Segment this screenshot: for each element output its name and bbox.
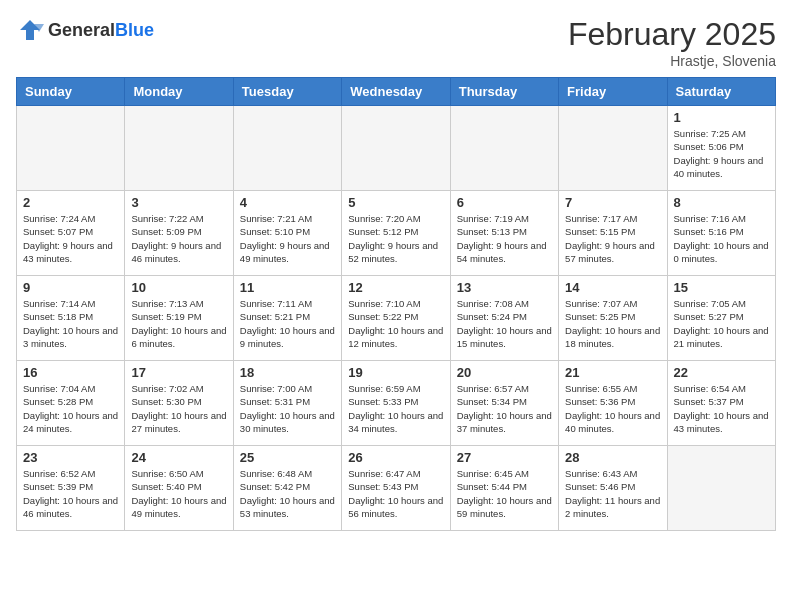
day-info: Sunrise: 6:43 AM Sunset: 5:46 PM Dayligh… — [565, 467, 660, 520]
calendar-cell: 19Sunrise: 6:59 AM Sunset: 5:33 PM Dayli… — [342, 361, 450, 446]
calendar-cell: 8Sunrise: 7:16 AM Sunset: 5:16 PM Daylig… — [667, 191, 775, 276]
logo-general: General — [48, 20, 115, 40]
calendar-cell: 12Sunrise: 7:10 AM Sunset: 5:22 PM Dayli… — [342, 276, 450, 361]
day-number: 8 — [674, 195, 769, 210]
day-info: Sunrise: 7:08 AM Sunset: 5:24 PM Dayligh… — [457, 297, 552, 350]
day-info: Sunrise: 7:10 AM Sunset: 5:22 PM Dayligh… — [348, 297, 443, 350]
day-info: Sunrise: 7:05 AM Sunset: 5:27 PM Dayligh… — [674, 297, 769, 350]
day-number: 16 — [23, 365, 118, 380]
day-number: 21 — [565, 365, 660, 380]
day-number: 7 — [565, 195, 660, 210]
weekday-header: Monday — [125, 78, 233, 106]
svg-marker-1 — [20, 20, 40, 40]
calendar-cell: 2Sunrise: 7:24 AM Sunset: 5:07 PM Daylig… — [17, 191, 125, 276]
location: Hrastje, Slovenia — [568, 53, 776, 69]
weekday-header: Tuesday — [233, 78, 341, 106]
calendar-cell: 21Sunrise: 6:55 AM Sunset: 5:36 PM Dayli… — [559, 361, 667, 446]
day-info: Sunrise: 7:13 AM Sunset: 5:19 PM Dayligh… — [131, 297, 226, 350]
day-info: Sunrise: 6:54 AM Sunset: 5:37 PM Dayligh… — [674, 382, 769, 435]
calendar-cell — [667, 446, 775, 531]
day-info: Sunrise: 7:04 AM Sunset: 5:28 PM Dayligh… — [23, 382, 118, 435]
calendar-cell: 15Sunrise: 7:05 AM Sunset: 5:27 PM Dayli… — [667, 276, 775, 361]
day-number: 13 — [457, 280, 552, 295]
calendar-cell: 24Sunrise: 6:50 AM Sunset: 5:40 PM Dayli… — [125, 446, 233, 531]
day-info: Sunrise: 7:17 AM Sunset: 5:15 PM Dayligh… — [565, 212, 660, 265]
calendar-cell: 3Sunrise: 7:22 AM Sunset: 5:09 PM Daylig… — [125, 191, 233, 276]
day-number: 6 — [457, 195, 552, 210]
day-number: 11 — [240, 280, 335, 295]
day-info: Sunrise: 7:02 AM Sunset: 5:30 PM Dayligh… — [131, 382, 226, 435]
day-info: Sunrise: 7:16 AM Sunset: 5:16 PM Dayligh… — [674, 212, 769, 265]
calendar-cell: 27Sunrise: 6:45 AM Sunset: 5:44 PM Dayli… — [450, 446, 558, 531]
calendar-cell: 14Sunrise: 7:07 AM Sunset: 5:25 PM Dayli… — [559, 276, 667, 361]
day-info: Sunrise: 7:20 AM Sunset: 5:12 PM Dayligh… — [348, 212, 443, 265]
calendar-cell — [559, 106, 667, 191]
day-number: 20 — [457, 365, 552, 380]
day-number: 4 — [240, 195, 335, 210]
weekday-header-row: SundayMondayTuesdayWednesdayThursdayFrid… — [17, 78, 776, 106]
day-info: Sunrise: 6:47 AM Sunset: 5:43 PM Dayligh… — [348, 467, 443, 520]
logo-blue: Blue — [115, 20, 154, 40]
day-number: 18 — [240, 365, 335, 380]
calendar-cell: 11Sunrise: 7:11 AM Sunset: 5:21 PM Dayli… — [233, 276, 341, 361]
day-info: Sunrise: 6:45 AM Sunset: 5:44 PM Dayligh… — [457, 467, 552, 520]
weekday-header: Friday — [559, 78, 667, 106]
calendar-cell: 16Sunrise: 7:04 AM Sunset: 5:28 PM Dayli… — [17, 361, 125, 446]
month-year: February 2025 — [568, 16, 776, 53]
calendar-cell: 28Sunrise: 6:43 AM Sunset: 5:46 PM Dayli… — [559, 446, 667, 531]
calendar-cell — [450, 106, 558, 191]
day-info: Sunrise: 6:48 AM Sunset: 5:42 PM Dayligh… — [240, 467, 335, 520]
day-info: Sunrise: 7:00 AM Sunset: 5:31 PM Dayligh… — [240, 382, 335, 435]
week-row: 1Sunrise: 7:25 AM Sunset: 5:06 PM Daylig… — [17, 106, 776, 191]
day-number: 26 — [348, 450, 443, 465]
calendar-cell: 26Sunrise: 6:47 AM Sunset: 5:43 PM Dayli… — [342, 446, 450, 531]
day-info: Sunrise: 6:50 AM Sunset: 5:40 PM Dayligh… — [131, 467, 226, 520]
week-row: 23Sunrise: 6:52 AM Sunset: 5:39 PM Dayli… — [17, 446, 776, 531]
calendar-cell — [233, 106, 341, 191]
weekday-header: Saturday — [667, 78, 775, 106]
week-row: 2Sunrise: 7:24 AM Sunset: 5:07 PM Daylig… — [17, 191, 776, 276]
day-number: 12 — [348, 280, 443, 295]
day-number: 1 — [674, 110, 769, 125]
day-info: Sunrise: 7:25 AM Sunset: 5:06 PM Dayligh… — [674, 127, 769, 180]
day-number: 5 — [348, 195, 443, 210]
day-info: Sunrise: 7:22 AM Sunset: 5:09 PM Dayligh… — [131, 212, 226, 265]
calendar-cell: 4Sunrise: 7:21 AM Sunset: 5:10 PM Daylig… — [233, 191, 341, 276]
day-info: Sunrise: 6:55 AM Sunset: 5:36 PM Dayligh… — [565, 382, 660, 435]
weekday-header: Sunday — [17, 78, 125, 106]
day-number: 10 — [131, 280, 226, 295]
weekday-header: Thursday — [450, 78, 558, 106]
day-number: 17 — [131, 365, 226, 380]
calendar-cell: 9Sunrise: 7:14 AM Sunset: 5:18 PM Daylig… — [17, 276, 125, 361]
calendar-cell: 7Sunrise: 7:17 AM Sunset: 5:15 PM Daylig… — [559, 191, 667, 276]
day-number: 2 — [23, 195, 118, 210]
day-info: Sunrise: 7:19 AM Sunset: 5:13 PM Dayligh… — [457, 212, 552, 265]
logo-icon — [16, 16, 44, 44]
day-number: 23 — [23, 450, 118, 465]
calendar-cell: 17Sunrise: 7:02 AM Sunset: 5:30 PM Dayli… — [125, 361, 233, 446]
calendar-cell — [342, 106, 450, 191]
logo: GeneralBlue — [16, 16, 154, 44]
calendar: SundayMondayTuesdayWednesdayThursdayFrid… — [16, 77, 776, 531]
day-info: Sunrise: 6:57 AM Sunset: 5:34 PM Dayligh… — [457, 382, 552, 435]
day-info: Sunrise: 7:14 AM Sunset: 5:18 PM Dayligh… — [23, 297, 118, 350]
day-number: 28 — [565, 450, 660, 465]
week-row: 9Sunrise: 7:14 AM Sunset: 5:18 PM Daylig… — [17, 276, 776, 361]
day-info: Sunrise: 7:21 AM Sunset: 5:10 PM Dayligh… — [240, 212, 335, 265]
calendar-cell: 5Sunrise: 7:20 AM Sunset: 5:12 PM Daylig… — [342, 191, 450, 276]
calendar-cell: 13Sunrise: 7:08 AM Sunset: 5:24 PM Dayli… — [450, 276, 558, 361]
title-block: February 2025 Hrastje, Slovenia — [568, 16, 776, 69]
calendar-cell: 25Sunrise: 6:48 AM Sunset: 5:42 PM Dayli… — [233, 446, 341, 531]
calendar-cell: 18Sunrise: 7:00 AM Sunset: 5:31 PM Dayli… — [233, 361, 341, 446]
calendar-cell — [17, 106, 125, 191]
day-info: Sunrise: 7:24 AM Sunset: 5:07 PM Dayligh… — [23, 212, 118, 265]
calendar-cell: 23Sunrise: 6:52 AM Sunset: 5:39 PM Dayli… — [17, 446, 125, 531]
calendar-cell — [125, 106, 233, 191]
day-number: 14 — [565, 280, 660, 295]
calendar-cell: 6Sunrise: 7:19 AM Sunset: 5:13 PM Daylig… — [450, 191, 558, 276]
day-info: Sunrise: 6:59 AM Sunset: 5:33 PM Dayligh… — [348, 382, 443, 435]
day-number: 3 — [131, 195, 226, 210]
day-number: 24 — [131, 450, 226, 465]
calendar-cell: 22Sunrise: 6:54 AM Sunset: 5:37 PM Dayli… — [667, 361, 775, 446]
day-number: 25 — [240, 450, 335, 465]
